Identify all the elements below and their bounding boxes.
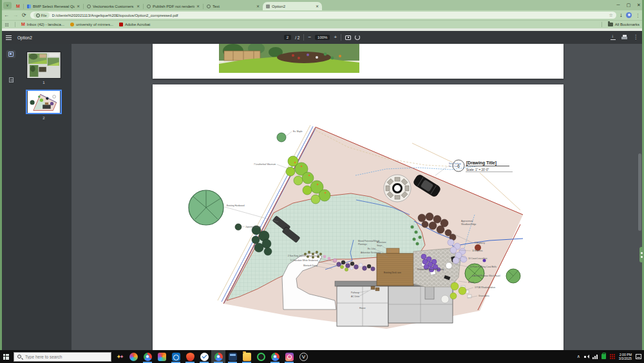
page-1-render <box>153 44 564 79</box>
page-2-thumbnail-selected[interactable] <box>26 90 62 114</box>
thumbnails-view-button[interactable] <box>6 50 15 58</box>
window-controls: ─ ▢ ✕ <box>613 0 644 10</box>
minimize-button[interactable]: ─ <box>613 0 623 10</box>
taskbar-app-file-explorer-icon[interactable] <box>240 350 254 363</box>
plan-label: 24 Plum Pudding Coral Bells <box>469 266 497 268</box>
existing-hardwood-tree <box>189 190 223 225</box>
fit-page-button[interactable] <box>345 35 351 40</box>
taskbar-app-calculator-icon[interactable] <box>225 350 240 363</box>
grid-app-tray-icon[interactable] <box>610 354 615 359</box>
globe-favicon <box>207 5 211 8</box>
taskbar-clock[interactable]: 2:00 PM 3/3/2025 <box>619 353 632 360</box>
taskbar-app-instagram-icon[interactable] <box>282 350 296 363</box>
pdf-favicon <box>266 5 270 8</box>
tab-text[interactable]: Text ✕ <box>204 2 263 10</box>
hidden-icons-chevron[interactable]: ∧ <box>577 354 580 359</box>
pinned-tab-gmail[interactable]: M <box>13 2 23 10</box>
plan-label: Existing Deck size <box>384 271 401 274</box>
taskbar-app-chrome-pdf-icon[interactable] <box>211 350 225 363</box>
close-icon[interactable]: ✕ <box>256 4 260 8</box>
close-icon[interactable]: ✕ <box>137 4 140 8</box>
tab-search-button[interactable]: v <box>3 2 12 9</box>
zoom-out-button[interactable]: − <box>308 34 311 41</box>
page-total: / 2 <box>295 35 299 40</box>
site-plan: 6 [Drawing Title] Scale: 1" = 20'-0" Ex.… <box>153 84 564 350</box>
page-number-input[interactable]: 2 <box>284 35 291 40</box>
copilot-sparkle-icon[interactable]: ✦✦ <box>117 354 122 360</box>
bookmark-university[interactable]: university of minnes... <box>70 23 113 26</box>
plan-label: House <box>359 307 366 309</box>
page-1-thumbnail[interactable] <box>26 52 61 79</box>
outline-view-button[interactable] <box>6 76 15 84</box>
taskbar-app-chrome-icon[interactable] <box>140 350 155 363</box>
network-icon[interactable] <box>592 355 598 359</box>
bookmark-star-icon[interactable]: ☆ <box>609 13 612 18</box>
pdf-print-icon[interactable] <box>621 35 627 40</box>
close-icon[interactable]: ✕ <box>77 4 80 8</box>
viewer-scrollbar[interactable] <box>638 44 641 350</box>
pdf-more-icon[interactable]: ⋮ <box>633 34 638 41</box>
divider <box>303 34 304 41</box>
start-button[interactable] <box>0 350 12 363</box>
tab-bmp-renewal[interactable]: BMP Select Renewal Question... ✕ <box>24 2 83 10</box>
forward-icon[interactable]: → <box>13 11 18 19</box>
maximize-button[interactable]: ▢ <box>623 0 634 10</box>
folder-icon <box>608 23 613 26</box>
action-center-icon[interactable] <box>636 354 641 359</box>
plan-label: 3 PJM Rhododendron <box>475 286 495 289</box>
browser-window: v M BMP Select Renewal Question... ✕ Vec… <box>0 0 644 363</box>
taskbar-app-brave-icon[interactable] <box>183 350 197 363</box>
zoom-level-input[interactable]: 100% <box>315 35 330 40</box>
taskbar-app-todo-icon[interactable] <box>197 350 211 363</box>
download-icon[interactable]: ⭣ <box>620 13 622 18</box>
close-icon[interactable]: ✕ <box>196 4 200 8</box>
search-input[interactable] <box>24 354 108 360</box>
rotate-button[interactable] <box>355 35 360 40</box>
taskbar-app-outlook-icon[interactable] <box>169 350 183 363</box>
apps-grid-icon[interactable] <box>5 23 9 27</box>
pdf-download-icon[interactable] <box>611 35 616 40</box>
photos-icon <box>129 353 138 361</box>
all-bookmarks-button[interactable]: All Bookmarks <box>608 23 639 26</box>
tab-label: BMP Select Renewal Question... <box>33 5 75 8</box>
taskbar-search[interactable] <box>14 352 111 362</box>
page-2-number: 2 <box>43 116 44 120</box>
taskbar-app-media-player-icon[interactable] <box>155 350 169 363</box>
plan-label: 10 Coast Leucothoe <box>468 257 488 260</box>
taskbar-app-chrome-beta-icon[interactable] <box>268 350 282 363</box>
tab-vectorworks-customers[interactable]: Vectorworks Customers ✕ <box>84 2 143 10</box>
back-icon[interactable]: ← <box>4 11 9 19</box>
plan-label: 10 Baptisia <box>472 250 482 252</box>
menu-dots-icon[interactable]: ⋮ <box>636 13 640 18</box>
side-panel-handle[interactable] <box>639 247 644 262</box>
tab-option2-active[interactable]: Option2 ✕ <box>263 2 322 10</box>
bookmark-inbox[interactable]: M Inbox (42) - landsca... <box>21 23 64 26</box>
volume-icon[interactable] <box>584 355 589 359</box>
close-icon[interactable]: ✕ <box>316 4 319 8</box>
vpn-lock-icon[interactable] <box>601 354 606 359</box>
reload-icon[interactable]: ⟳ <box>22 11 26 19</box>
bookmark-acrobat[interactable]: Adobe Acrobat <box>119 23 150 26</box>
plan-label: AC Units <box>351 295 359 298</box>
zoom-in-button[interactable]: + <box>334 34 337 41</box>
address-bar[interactable]: i File D:/clients%202021113/Angelique%20… <box>30 12 616 19</box>
thumbnail-list: 1 2 <box>21 52 66 125</box>
file-scheme-chip[interactable]: i File <box>33 12 50 18</box>
bookmarks-bar: M Inbox (42) - landsca... university of … <box>0 20 644 28</box>
taskbar-app-alarms-icon[interactable] <box>254 350 268 363</box>
plan-label: Existing Hardwood <box>227 204 245 207</box>
plan-label: Proposed Patio and Seating <box>417 268 444 271</box>
outlook-icon <box>172 353 180 361</box>
pdf-toolbar: Option2 2 / 2 − 100% + ⋮ <box>0 31 644 44</box>
pdf-viewer-canvas[interactable]: 6 [Drawing Title] Scale: 1" = 20'-0" Ex.… <box>71 44 642 350</box>
profile-avatar[interactable] <box>626 12 632 18</box>
taskbar-app-photos-icon[interactable] <box>126 350 140 363</box>
gmail-icon: M <box>16 5 20 8</box>
brave-icon <box>186 353 194 361</box>
forum-favicon <box>147 5 151 8</box>
taskbar-app-vectorworks-icon[interactable] <box>296 350 310 363</box>
pdf-menu-icon[interactable] <box>6 35 12 40</box>
tab-publish-pdf[interactable]: Publish PDF not rendering in p... ✕ <box>144 2 203 10</box>
pdf-page-1-partial <box>153 44 564 79</box>
scrollbar-thumb[interactable] <box>638 153 641 231</box>
